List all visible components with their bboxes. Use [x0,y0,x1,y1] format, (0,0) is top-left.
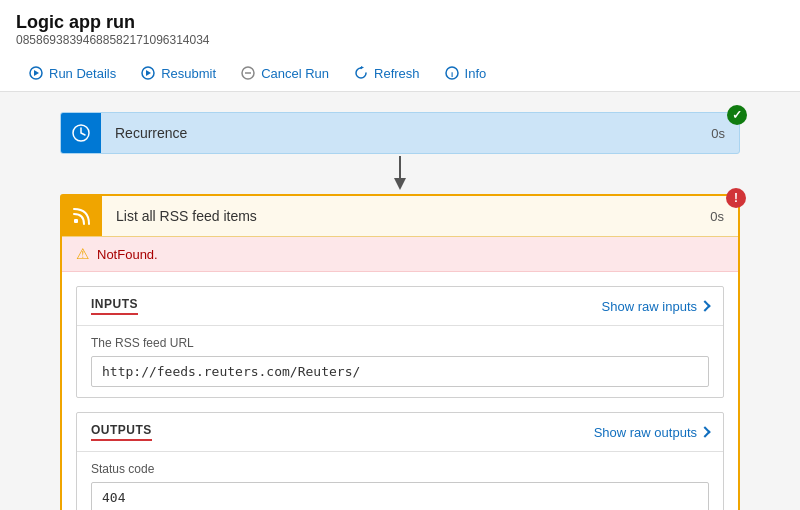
feed-url-value: http://feeds.reuters.com/Reuters/ [91,356,709,387]
recurrence-block[interactable]: Recurrence 0s ✓ [60,112,740,154]
cancel-run-button[interactable]: Cancel Run [228,61,341,85]
outputs-title: OUTPUTS [91,423,152,441]
cancel-icon [240,65,256,81]
resubmit-label: Resubmit [161,66,216,81]
run-details-label: Run Details [49,66,116,81]
page-header: Logic app run 08586938394688582171096314… [0,0,800,47]
svg-rect-12 [74,219,78,223]
inputs-panel-header: INPUTS Show raw inputs [77,287,723,326]
rss-icon [62,196,102,236]
info-label: Info [465,66,487,81]
outputs-panel-body: Status code 404 [77,452,723,510]
recurrence-label: Recurrence [101,115,697,151]
status-code-value: 404 [91,482,709,510]
arrow-connector [30,154,770,194]
run-details-button[interactable]: Run Details [16,61,128,85]
success-badge: ✓ [727,105,747,125]
show-raw-outputs-label: Show raw outputs [594,425,697,440]
chevron-right-icon [699,300,710,311]
feed-url-label: The RSS feed URL [91,336,709,350]
info-icon: i [444,65,460,81]
refresh-icon [353,65,369,81]
rss-label: List all RSS feed items [102,198,696,234]
inner-content: INPUTS Show raw inputs The RSS feed URL … [62,272,738,510]
outputs-panel-header: OUTPUTS Show raw outputs [77,413,723,452]
page-title: Logic app run [16,12,784,33]
error-banner: ⚠ NotFound. [62,237,738,272]
resubmit-button[interactable]: Resubmit [128,61,228,85]
toolbar: Run Details Resubmit Cancel Run [0,55,800,92]
recurrence-icon [61,113,101,153]
svg-marker-3 [146,70,151,76]
play-icon [28,65,44,81]
inputs-panel: INPUTS Show raw inputs The RSS feed URL … [76,286,724,398]
inputs-panel-body: The RSS feed URL http://feeds.reuters.co… [77,326,723,397]
outputs-panel: OUTPUTS Show raw outputs Status code 404 [76,412,724,510]
svg-marker-11 [394,178,406,190]
svg-marker-1 [34,70,39,76]
error-badge: ! [726,188,746,208]
main-content: Recurrence 0s ✓ List all RSS feed items … [0,92,800,510]
run-id: 08586938394688582171096314034 [16,33,784,47]
error-message: NotFound. [97,247,158,262]
show-raw-inputs-link[interactable]: Show raw inputs [602,299,709,314]
svg-text:i: i [450,70,452,79]
warning-icon: ⚠ [76,245,89,263]
chevron-right-outputs-icon [699,426,710,437]
show-raw-inputs-label: Show raw inputs [602,299,697,314]
info-button[interactable]: i Info [432,61,499,85]
status-code-label: Status code [91,462,709,476]
show-raw-outputs-link[interactable]: Show raw outputs [594,425,709,440]
cancel-run-label: Cancel Run [261,66,329,81]
refresh-button[interactable]: Refresh [341,61,432,85]
rss-block: List all RSS feed items 0s ! ⚠ NotFound.… [60,194,740,510]
rss-header: List all RSS feed items 0s ! [62,196,738,237]
refresh-label: Refresh [374,66,420,81]
inputs-title: INPUTS [91,297,138,315]
resubmit-icon [140,65,156,81]
